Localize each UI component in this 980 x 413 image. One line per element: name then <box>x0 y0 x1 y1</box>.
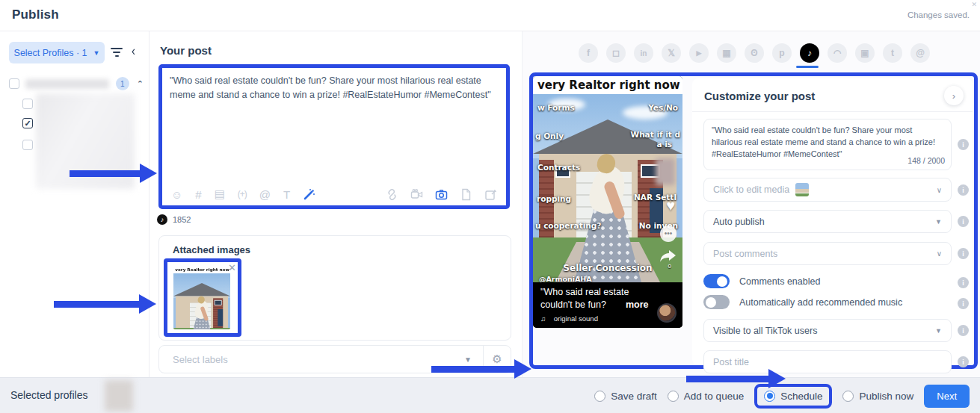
network-tumblr[interactable]: t <box>883 43 902 63</box>
attached-image-thumbnail[interactable]: very Realtor right now <box>173 267 230 329</box>
chevron-down-icon[interactable]: ▼ <box>453 355 483 364</box>
comment-icon[interactable]: ••• <box>660 226 677 242</box>
select-labels-placeholder: Select labels <box>159 354 453 365</box>
emoji-icon[interactable]: ☺ <box>171 188 182 201</box>
network-google-business[interactable]: ▦ <box>717 43 736 63</box>
network-tiktok-active[interactable]: ♪ <box>800 43 819 63</box>
profile-checkbox-2-checked[interactable]: ✓ <box>22 118 33 128</box>
camera-icon-active[interactable] <box>435 188 448 201</box>
selected-profile-avatar-redacted <box>105 380 133 412</box>
network-instagram[interactable]: ◻ <box>606 43 626 63</box>
customize-text-field[interactable]: "Who said real estate couldn't be fun? S… <box>703 119 952 170</box>
more-link[interactable]: more <box>626 299 649 310</box>
tiktok-caption: "Who said real estate couldn't be fun? m… <box>533 282 682 328</box>
share-count: 0 <box>668 263 671 270</box>
recommended-music-toggle-off[interactable] <box>703 295 730 309</box>
char-counter: 148 / 2000 <box>907 155 945 167</box>
editor-toolbar: ☺ # ▤ (+) @ T <box>162 187 506 201</box>
close-icon[interactable]: ✕ <box>971 1 977 8</box>
comments-enabled-toggle-on[interactable] <box>703 274 730 288</box>
network-youtube[interactable]: ▶ <box>689 43 709 63</box>
remaining-chars: 1852 <box>173 215 191 224</box>
post-comments-select[interactable]: Post comments ∨ <box>703 242 952 265</box>
network-snapchat[interactable]: ◠ <box>828 43 847 63</box>
add-to-queue-option[interactable]: Add to queue <box>668 391 744 402</box>
expand-panel-button[interactable]: › <box>944 86 964 105</box>
select-profiles-dropdown[interactable]: Select Profiles · 1 ▼ <box>9 42 105 63</box>
edit-media-field[interactable]: Click to edit media ∨ <box>703 178 952 202</box>
info-icon[interactable]: i <box>958 248 969 259</box>
publish-now-option[interactable]: Publish now <box>842 391 913 402</box>
schedule-option-selected-highlighted[interactable]: Schedule <box>754 384 832 409</box>
info-icon[interactable]: i <box>958 216 969 227</box>
profile-avatar[interactable] <box>657 303 677 323</box>
customize-text: "Who said real estate couldn't be fun? S… <box>712 125 935 158</box>
info-icon[interactable]: i <box>958 325 969 336</box>
profile-checkbox-3[interactable] <box>22 140 33 150</box>
auto-publish-select[interactable]: Auto publish ▼ <box>703 210 952 233</box>
radio-selected-icon[interactable] <box>764 391 775 402</box>
post-text[interactable]: "Who said real estate couldn't be fun? S… <box>170 74 499 103</box>
visibility-value: Visible to all TikTok users <box>713 326 935 336</box>
chevron-down-icon[interactable]: ∨ <box>937 249 942 258</box>
network-threads[interactable]: @ <box>910 43 930 63</box>
overlay-text: ropping <box>537 194 571 203</box>
gear-icon[interactable]: ⚙ <box>484 353 511 366</box>
share-icon[interactable] <box>659 249 677 263</box>
network-linkedin[interactable]: in <box>634 43 653 63</box>
info-icon[interactable]: i <box>958 277 969 288</box>
variables-icon[interactable]: (+) <box>238 189 247 199</box>
post-title-field[interactable]: Post title <box>703 350 952 373</box>
network-facebook[interactable]: f <box>579 43 598 63</box>
top-header: Publish Changes saved. ✕ <box>0 0 980 31</box>
customize-panel: Customize your post › "Who said real est… <box>692 78 973 365</box>
network-reddit[interactable]: ʘ <box>745 43 764 63</box>
radio-icon[interactable] <box>842 391 854 402</box>
network-bluesky[interactable]: ▣ <box>855 43 875 63</box>
radio-icon[interactable] <box>668 391 679 402</box>
attached-image-highlighted[interactable]: ✕ very Realtor right now <box>164 258 241 337</box>
caption-line2: couldn't be fun? <box>540 299 606 310</box>
save-draft-option[interactable]: Save draft <box>594 391 657 402</box>
post-comments-placeholder: Post comments <box>713 249 937 259</box>
ai-wand-icon[interactable] <box>303 188 315 201</box>
redacted-region <box>656 158 675 185</box>
chevron-down-icon[interactable]: ∨ <box>937 186 942 194</box>
overlay-text: Contracts <box>537 163 580 172</box>
music-note-icon: ♫ <box>540 314 546 323</box>
info-icon[interactable]: i <box>958 298 969 309</box>
network-x[interactable]: 𝕏 <box>662 43 681 63</box>
media-editor-icon[interactable] <box>484 188 497 201</box>
next-button[interactable]: Next <box>924 385 970 408</box>
info-icon[interactable]: i <box>958 184 969 196</box>
document-icon[interactable] <box>460 188 472 201</box>
chevron-down-icon[interactable]: ▼ <box>935 218 942 226</box>
post-editor-highlighted[interactable]: "Who said real estate couldn't be fun? S… <box>158 64 510 209</box>
radio-icon[interactable] <box>594 391 605 402</box>
profiles-sidebar: Select Profiles · 1 ▼ ‹ 1 ⌃ ✓ <box>0 31 150 377</box>
profile-group-row[interactable]: 1 ⌃ <box>9 77 144 90</box>
info-icon[interactable]: i <box>958 139 969 150</box>
chevron-down-icon[interactable]: ▼ <box>935 327 942 335</box>
network-pinterest[interactable]: p <box>772 43 792 63</box>
group-checkbox[interactable] <box>9 78 19 89</box>
mention-icon[interactable]: @ <box>259 188 271 201</box>
link-icon[interactable] <box>386 188 398 201</box>
video-icon[interactable] <box>410 188 423 201</box>
composer-column: Your post "Who said real estate couldn't… <box>150 31 522 377</box>
remove-image-icon[interactable]: ✕ <box>228 262 236 273</box>
profile-checkbox-1[interactable] <box>22 99 33 109</box>
visibility-select[interactable]: Visible to all TikTok users ▼ <box>703 319 952 342</box>
save-draft-label: Save draft <box>611 391 657 402</box>
text-format-icon[interactable]: T <box>283 188 290 201</box>
hashtag-icon[interactable]: # <box>195 188 201 201</box>
filter-icon[interactable] <box>110 46 123 59</box>
like-heart-icon[interactable]: ♥ <box>666 197 675 214</box>
attached-images-heading: Attached images <box>173 244 250 255</box>
chevron-up-icon[interactable]: ⌃ <box>137 79 144 89</box>
collapse-sidebar-icon[interactable]: ‹ <box>132 43 135 58</box>
info-icon[interactable]: i <box>958 356 969 367</box>
comments-toggle-label: Comments enabled <box>739 276 820 287</box>
media-mini-thumbnail[interactable] <box>795 183 809 196</box>
snippets-icon[interactable]: ▤ <box>215 187 225 201</box>
